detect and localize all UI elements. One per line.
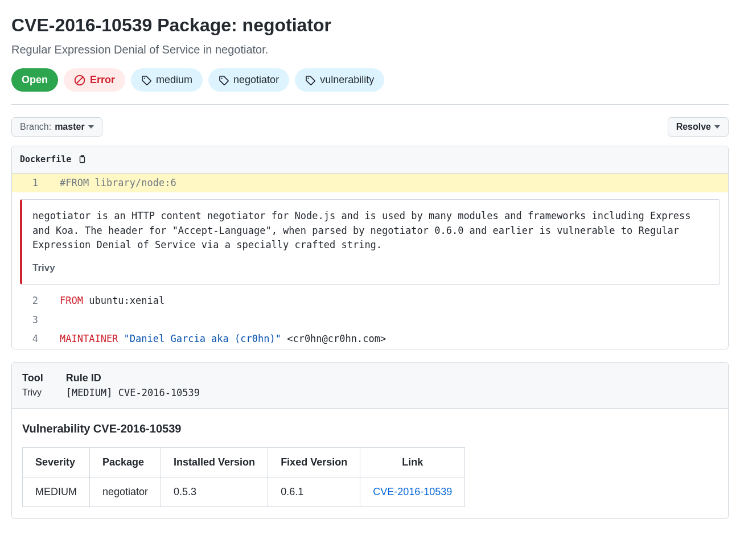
caret-down-icon [714,125,720,129]
tag-label: negotiator [233,72,279,88]
file-name[interactable]: Dockerfile [20,153,71,166]
cell-fixed: 0.6.1 [268,477,360,507]
tag-icon [219,75,229,85]
code-keyword: MAINTAINER [60,333,118,344]
status-open-badge: Open [11,68,58,92]
caret-down-icon [88,125,94,129]
vulnerability-title: Vulnerability CVE-2016-10539 [22,420,718,437]
cell-installed: 0.5.3 [161,477,268,507]
tag-pill[interactable]: medium [131,68,203,92]
line-number: 1 [12,174,46,193]
cve-link[interactable]: CVE-2016-10539 [373,486,452,497]
meta-panel: Tool Trivy Rule ID [MEDIUM] CVE-2016-105… [11,362,729,520]
annotation-text: negotiator is an HTTP content negotiator… [32,209,709,253]
line-number: 4 [12,330,46,349]
cell-package: negotiator [90,477,161,507]
code-text: <cr0hn@cr0hn.com> [281,333,386,344]
svg-line-1 [77,77,83,83]
annotation-source: Trivy [32,261,709,275]
col-link: Link [360,448,465,477]
table-header-row: Severity Package Installed Version Fixed… [23,448,465,477]
code-line: 1 #FROM library/node:6 [12,174,728,193]
branch-value: master [55,122,84,132]
page-title: CVE-2016-10539 Package: negotiator [11,11,729,39]
cell-severity: MEDIUM [23,477,90,507]
resolve-label: Resolve [676,122,711,132]
line-number: 2 [12,291,46,311]
code-header: Dockerfile [12,146,728,174]
toolbar: Branch: master Resolve [11,117,729,137]
copy-icon[interactable] [78,154,87,164]
code-comment: #FROM library/node:6 [60,177,176,188]
resolve-dropdown[interactable]: Resolve [668,117,729,137]
branch-prefix: Branch: [20,122,51,132]
tag-label: medium [156,72,192,88]
code-panel: Dockerfile 1 #FROM library/node:6 negoti… [11,146,729,349]
tool-value: Trivy [22,386,43,400]
vulnerability-table: Severity Package Installed Version Fixed… [22,447,465,507]
line-number: 3 [12,311,46,330]
rule-id-value: [MEDIUM] CVE-2016-10539 [66,386,200,401]
code-line: 2 FROM ubuntu:xenial [12,291,728,311]
branch-dropdown[interactable]: Branch: master [11,117,102,137]
meta-header: Tool Trivy Rule ID [MEDIUM] CVE-2016-105… [12,363,728,409]
table-row: MEDIUM negotiator 0.5.3 0.6.1 CVE-2016-1… [23,477,465,507]
code-keyword: FROM [60,295,83,306]
tag-pill[interactable]: negotiator [208,68,289,92]
tags-row: Open Error medium negotiator vulnerabili… [11,68,729,92]
divider [11,104,729,105]
code-string: "Daniel Garcia aka (cr0hn)" [118,333,281,344]
vulnerability-annotation: negotiator is an HTTP content negotiator… [20,199,720,285]
code-line: 4 MAINTAINER "Daniel Garcia aka (cr0hn)"… [12,330,728,349]
tag-icon [305,75,315,85]
no-entry-icon [74,75,85,86]
error-pill-label: Error [90,72,115,88]
col-package: Package [90,448,161,477]
col-installed: Installed Version [161,448,268,477]
tool-label: Tool [22,370,43,386]
col-severity: Severity [23,448,90,477]
code-text [46,311,728,330]
meta-body: Vulnerability CVE-2016-10539 Severity Pa… [12,409,728,518]
page-subtitle: Regular Expression Denial of Service in … [11,41,729,58]
col-fixed: Fixed Version [268,448,360,477]
rule-id-label: Rule ID [66,370,200,386]
tag-pill[interactable]: vulnerability [295,68,384,92]
tag-label: vulnerability [320,72,374,88]
error-pill[interactable]: Error [64,68,125,92]
code-text: ubuntu:xenial [83,295,165,306]
tag-icon [141,75,151,85]
code-line: 3 [12,311,728,330]
